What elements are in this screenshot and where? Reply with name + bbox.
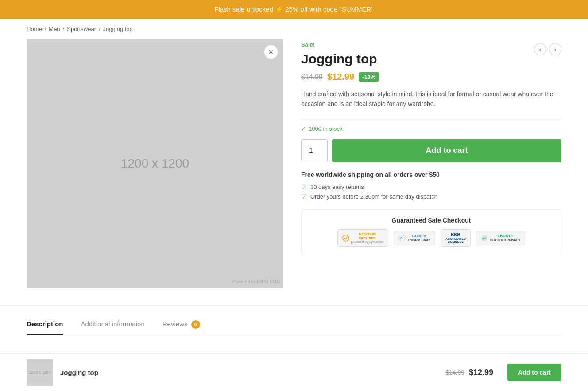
truste-icon: e✓	[481, 235, 488, 242]
breadcrumb-sep-1: /	[45, 26, 46, 32]
prev-product-button[interactable]: ‹	[534, 43, 546, 55]
breadcrumb-sportswear[interactable]: Sportswear	[67, 26, 96, 32]
tab-description[interactable]: Description	[27, 315, 63, 335]
feature-dispatch-text: Order yours before 2.30pm for same day d…	[310, 193, 437, 200]
divider-1	[301, 118, 561, 118]
image-dimensions-label: 1200 x 1200	[121, 156, 189, 171]
svg-text:e✓: e✓	[482, 237, 487, 240]
discount-badge: -13%	[359, 72, 379, 82]
check-icon-dispatch: ☑	[301, 193, 307, 200]
stock-info: ✓ 1000 in stock	[301, 125, 561, 132]
add-to-cart-button[interactable]: Add to cart	[332, 139, 561, 162]
breadcrumb-sep-2: /	[63, 26, 65, 32]
bbb-badge: BBB ACCREDITED BUSINESS	[441, 229, 471, 247]
shipping-info: Free worldwide shipping on all orders ov…	[301, 171, 561, 178]
norton-badge: NORTON SECURED powered by Symantec	[337, 229, 389, 247]
google-badge: G Google Trusted Store	[394, 231, 435, 246]
quantity-input[interactable]: 1	[301, 139, 328, 162]
check-stock-icon: ✓	[301, 125, 306, 132]
breadcrumb: Home / Men / Sportswear / Jogging top	[0, 19, 588, 39]
banner-text: Flash sale unlocked ⚡ 25% off with code …	[214, 5, 374, 13]
feature-dispatch: ☑ Order yours before 2.30pm for same day…	[301, 193, 561, 200]
safe-checkout-title: Guaranteed Safe Checkout	[309, 217, 554, 224]
breadcrumb-men[interactable]: Men	[49, 26, 60, 32]
product-info: Sale! Jogging top ‹ › $14.99 $12.99 -13%…	[301, 39, 561, 288]
safe-checkout-box: Guaranteed Safe Checkout NORTON SECURED …	[301, 209, 561, 254]
sale-price: $12.99	[327, 72, 354, 82]
image-watermark: Powered by IMPO.COM	[232, 279, 280, 284]
breadcrumb-sep-3: /	[99, 26, 101, 32]
sale-badge: Sale!	[301, 41, 377, 48]
check-icon-returns: ☑	[301, 184, 307, 191]
price-row: $14.99 $12.99 -13%	[301, 72, 561, 82]
tab-reviews[interactable]: Reviews 0	[162, 315, 200, 335]
feature-list: ☑ 30 days easy returns ☑ Order yours bef…	[301, 184, 561, 200]
breadcrumb-home[interactable]: Home	[27, 26, 42, 32]
add-to-cart-row: 1 Add to cart	[301, 139, 561, 162]
svg-point-0	[343, 235, 349, 241]
original-price: $14.99	[301, 73, 323, 81]
breadcrumb-current: Jogging top	[103, 26, 133, 32]
stock-count: 1000 in stock	[309, 125, 343, 132]
norton-icon	[342, 235, 349, 242]
tab-reviews-label: Reviews	[162, 320, 188, 328]
feature-returns: ☑ 30 days easy returns	[301, 184, 561, 191]
product-image: ✕ 1200 x 1200 Powered by IMPO.COM	[27, 39, 283, 288]
tab-additional-info[interactable]: Additional information	[81, 315, 145, 335]
product-image-wrap: ✕ 1200 x 1200 Powered by IMPO.COM	[27, 39, 283, 288]
close-button[interactable]: ✕	[264, 45, 278, 59]
next-product-button[interactable]: ›	[549, 43, 561, 55]
tabs-row: Description Additional information Revie…	[27, 315, 561, 335]
product-title: Jogging top	[301, 51, 377, 66]
product-description: Hand crafted with seasonal style in mind…	[301, 89, 561, 109]
flash-banner: Flash sale unlocked ⚡ 25% off with code …	[0, 0, 588, 19]
feature-returns-text: 30 days easy returns	[310, 184, 364, 190]
tabs-section: Description Additional information Revie…	[0, 305, 588, 335]
reviews-badge: 0	[191, 320, 200, 329]
svg-text:G: G	[400, 237, 403, 240]
product-section: ✕ 1200 x 1200 Powered by IMPO.COM Sale! …	[0, 39, 588, 305]
trust-badges: NORTON SECURED powered by Symantec G Goo…	[309, 229, 554, 247]
truste-badge: e✓ TRUSTe CERTIFIED PRIVACY	[476, 231, 526, 245]
google-icon: G	[398, 235, 406, 242]
